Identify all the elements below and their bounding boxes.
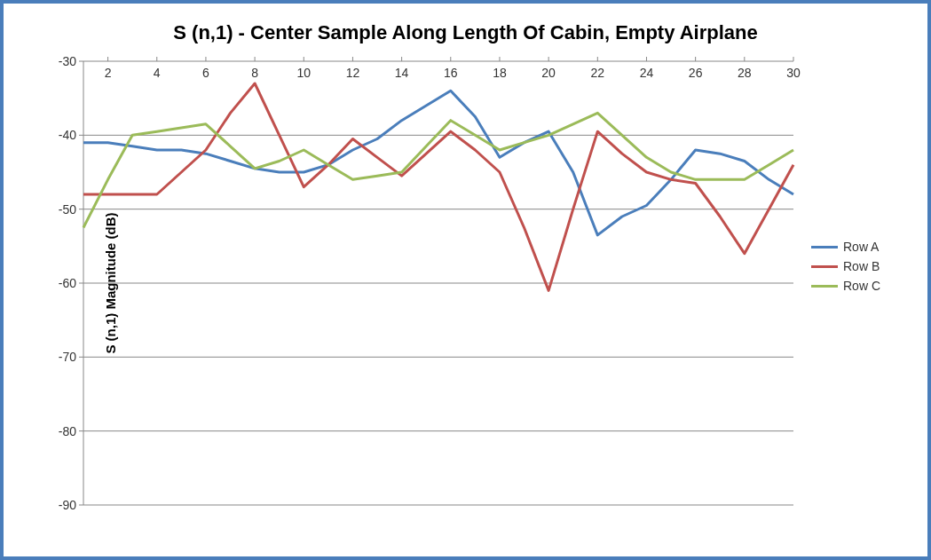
y-tick-label: -60 bbox=[59, 276, 76, 290]
x-tick-label: 26 bbox=[689, 66, 703, 80]
y-tick-label: -40 bbox=[59, 128, 76, 142]
legend-swatch-row-a bbox=[811, 246, 838, 248]
x-tick-label: 24 bbox=[640, 66, 654, 80]
y-tick-label: -80 bbox=[59, 424, 76, 438]
series-line-row-c bbox=[83, 113, 793, 227]
chart-frame: S (n,1) - Center Sample Along Length Of … bbox=[0, 0, 931, 560]
x-tick-label: 4 bbox=[154, 66, 161, 80]
legend-swatch-row-c bbox=[811, 285, 838, 288]
y-tick-label: -50 bbox=[59, 202, 76, 217]
legend-label: Row A bbox=[843, 240, 879, 254]
legend-label: Row B bbox=[843, 259, 880, 273]
x-tick-label: 20 bbox=[541, 66, 556, 80]
x-tick-label: 30 bbox=[786, 66, 801, 80]
y-axis-label: S (n,1) Magnitude (dB) bbox=[103, 212, 118, 353]
x-tick-label: 8 bbox=[251, 66, 258, 80]
x-tick-label: 2 bbox=[105, 66, 112, 80]
legend: Row A Row B Row C bbox=[811, 234, 880, 298]
x-tick-label: 10 bbox=[296, 66, 311, 80]
x-tick-label: 12 bbox=[346, 66, 360, 80]
x-tick-label: 6 bbox=[202, 66, 209, 80]
x-tick-label: 14 bbox=[395, 66, 409, 80]
x-tick-label: 16 bbox=[444, 66, 458, 80]
chart-svg bbox=[83, 61, 793, 505]
y-tick-label: -90 bbox=[59, 498, 76, 512]
legend-item: Row C bbox=[811, 279, 880, 293]
x-tick-label: 28 bbox=[738, 66, 752, 80]
y-tick-label: -70 bbox=[59, 350, 76, 364]
legend-item: Row B bbox=[811, 259, 880, 273]
legend-item: Row A bbox=[811, 240, 880, 254]
plot-area: S (n,1) Magnitude (dB) -30-40-50-60-70-8… bbox=[83, 61, 793, 505]
x-tick-label: 18 bbox=[493, 66, 507, 80]
legend-swatch-row-b bbox=[811, 265, 838, 268]
x-tick-label: 22 bbox=[591, 66, 605, 80]
legend-label: Row C bbox=[843, 279, 880, 293]
chart-title: S (n,1) - Center Sample Along Length Of … bbox=[4, 21, 927, 44]
series-line-row-b bbox=[83, 83, 793, 290]
y-tick-label: -30 bbox=[59, 54, 76, 68]
